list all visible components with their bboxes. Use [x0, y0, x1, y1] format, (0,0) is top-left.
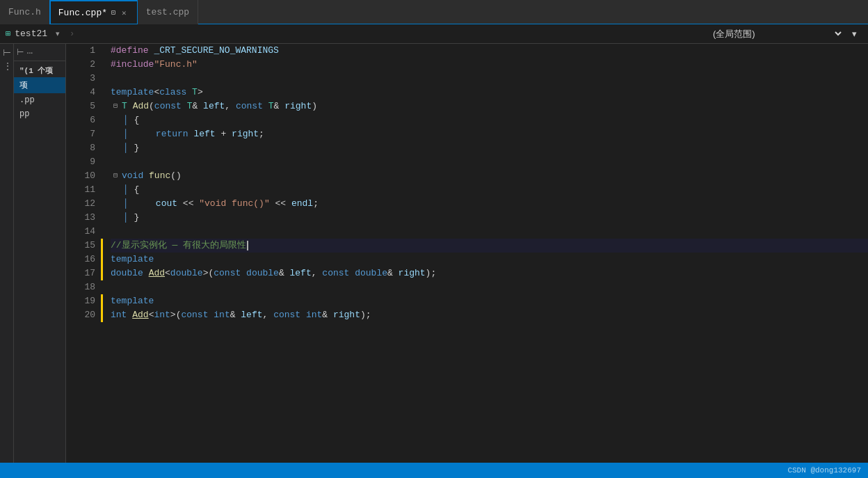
main-area: ⊢ ⋮ ⊢ ··· "(1 个项 项 .pp pp 1 2 3 4 5 6 7 … — [0, 44, 868, 463]
line-num-8: 8 — [77, 141, 95, 155]
tab-bar: Func.h Func.cpp* ⊡ ✕ test.cpp — [0, 0, 868, 24]
line-num-19: 19 — [77, 294, 95, 308]
line-num-3: 3 — [77, 72, 95, 86]
code-line-14 — [111, 225, 868, 239]
code-ret-type-5: T — [122, 99, 127, 113]
margin-15 — [101, 239, 103, 253]
status-bar: CSDN @dong132697 — [0, 463, 868, 478]
code-line-3 — [111, 72, 868, 86]
nav-pin-button[interactable]: ⊢ — [3, 47, 11, 58]
line-num-4: 4 — [77, 86, 95, 99]
line-num-16: 16 — [77, 253, 95, 266]
line-num-1: 1 — [77, 44, 95, 58]
code-line-17: double Add<double>(const double& left, c… — [111, 266, 868, 280]
code-comment-15: //显示实例化 — 有很大的局限性 — [111, 239, 246, 253]
code-line-7: │ return left + right; — [111, 127, 868, 141]
tab-pin-icon: ⊡ — [111, 8, 115, 17]
line-num-14: 14 — [77, 225, 95, 239]
margin-17 — [101, 266, 103, 280]
code-preproc-val-1: _CRT_SECURE_NO_WARNINGS — [154, 44, 278, 58]
sidebar-item-cpp1[interactable]: .pp — [14, 93, 65, 107]
breadcrumb-project[interactable]: test21 — [15, 29, 47, 39]
sidebar-section-label: "(1 个项 — [14, 61, 65, 77]
code-angle-close-4: > — [198, 86, 203, 99]
editor-area: 1 2 3 4 5 6 7 8 9 10 11 12 13 14 15 16 1… — [66, 44, 868, 463]
line-num-13: 13 — [77, 211, 95, 225]
code-line-16: template — [111, 253, 868, 266]
fold-10[interactable]: ⊟ — [111, 171, 120, 181]
watermark-text: CSDN @dong132697 — [787, 466, 861, 475]
line-num-12: 12 — [77, 197, 95, 211]
tab-func-cpp[interactable]: Func.cpp* ⊡ ✕ — [50, 0, 138, 24]
code-angle-open-4: < — [154, 86, 159, 99]
scope-dropdown-arrow[interactable]: ▾ — [846, 27, 862, 40]
code-line-10: ⊟void func() — [111, 169, 868, 183]
tab-func-h[interactable]: Func.h — [0, 0, 50, 24]
code-line-8: │ } — [111, 141, 868, 155]
code-template-kw-16: template — [111, 253, 154, 266]
code-line-1: #define _CRT_SECURE_NO_WARNINGS — [111, 44, 868, 58]
line-num-20: 20 — [77, 308, 95, 322]
code-line-20: int Add<int>(const int& left, const int&… — [111, 308, 868, 322]
code-type-T: T — [192, 86, 198, 99]
line-num-5: 5 — [77, 99, 95, 113]
line-num-17: 17 — [77, 266, 95, 280]
fold-5[interactable]: ⊟ — [111, 102, 120, 111]
sidebar-item-project[interactable]: 项 — [14, 77, 65, 93]
breadcrumb-icon: ⊞ — [6, 29, 10, 39]
code-include-file: "Func.h" — [154, 58, 197, 72]
code-line-19: template — [111, 294, 868, 308]
code-line-11: │ { — [111, 183, 868, 197]
code-template-kw-19: template — [111, 294, 154, 308]
code-line-13: │ } — [111, 211, 868, 225]
line-num-10: 10 — [77, 169, 95, 183]
tab-close-button[interactable]: ✕ — [120, 8, 129, 18]
line-num-2: 2 — [77, 58, 95, 72]
line-numbers: 1 2 3 4 5 6 7 8 9 10 11 12 13 14 15 16 1… — [66, 44, 101, 463]
tab-test-cpp-label: test.cpp — [146, 7, 189, 17]
line-num-11: 11 — [77, 183, 95, 197]
code-line-4: template<class T> — [111, 86, 868, 99]
code-line-5: ⊟T Add(const T& left, const T& right) — [111, 99, 868, 113]
breadcrumb-dropdown-btn[interactable]: ▾ — [50, 28, 65, 40]
cursor — [247, 241, 248, 250]
line-num-7: 7 — [77, 127, 95, 141]
sidebar-header: ⊢ ··· — [14, 44, 65, 61]
breadcrumb-separator: › — [70, 29, 74, 39]
line-num-6: 6 — [77, 113, 95, 127]
code-line-18 — [111, 280, 868, 294]
margin-16 — [101, 253, 103, 266]
code-container[interactable]: 1 2 3 4 5 6 7 8 9 10 11 12 13 14 15 16 1… — [66, 44, 868, 463]
line-num-18: 18 — [77, 280, 95, 294]
margin-19 — [101, 294, 103, 308]
code-preproc-1: #define — [111, 44, 154, 58]
sidebar-pin-button[interactable]: ⊢ — [17, 47, 24, 57]
scope-dropdown[interactable]: (全局范围) — [705, 26, 844, 41]
tab-test-cpp[interactable]: test.cpp — [138, 0, 198, 24]
sidebar: ⊢ ··· "(1 个项 项 .pp pp — [14, 44, 66, 463]
code-line-15: //显示实例化 — 有很大的局限性 — [111, 239, 868, 253]
sidebar-item-cpp2[interactable]: pp — [14, 107, 65, 121]
code-line-2: #include"Func.h" — [111, 58, 868, 72]
tab-func-cpp-label: Func.cpp* — [58, 8, 107, 18]
nav-dots-button[interactable]: ⋮ — [3, 61, 11, 72]
code-template-kw-4: template — [111, 86, 154, 99]
code-line-6: │ { — [111, 113, 868, 127]
code-class-kw: class — [159, 86, 186, 99]
code-include-kw: #include — [111, 58, 154, 72]
code-line-9 — [111, 155, 868, 169]
code-fn-add: Add — [133, 99, 149, 113]
sidebar-dots-button[interactable]: ··· — [26, 47, 33, 58]
code-line-12: │ cout << "void func()" << endl; — [111, 197, 868, 211]
line-num-15: 15 — [77, 239, 95, 253]
left-nav: ⊢ ⋮ — [0, 44, 14, 463]
line-num-9: 9 — [77, 155, 95, 169]
tab-func-h-label: Func.h — [8, 7, 41, 17]
margin-20 — [101, 308, 103, 322]
toolbar-row: ⊞ test21 ▾ › (全局范围) ▾ — [0, 24, 868, 44]
code-area[interactable]: #define _CRT_SECURE_NO_WARNINGS #include… — [105, 44, 868, 463]
